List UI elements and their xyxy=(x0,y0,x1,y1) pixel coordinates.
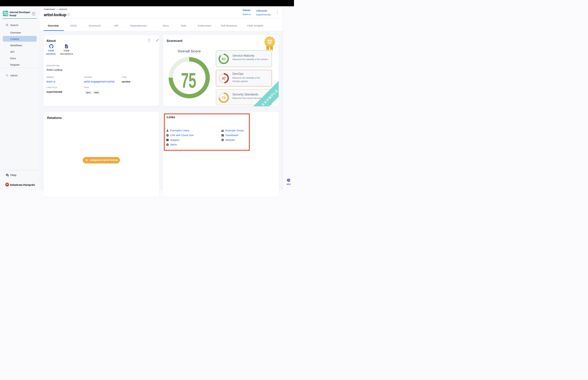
svg-text:87: 87 xyxy=(222,57,226,61)
svg-text:74: 74 xyxy=(222,96,226,100)
svg-text:Tier: Tier xyxy=(268,42,272,44)
svg-text:?: ? xyxy=(6,174,7,175)
svg-text:47: 47 xyxy=(222,76,226,80)
svg-text:Gold: Gold xyxy=(267,39,272,42)
